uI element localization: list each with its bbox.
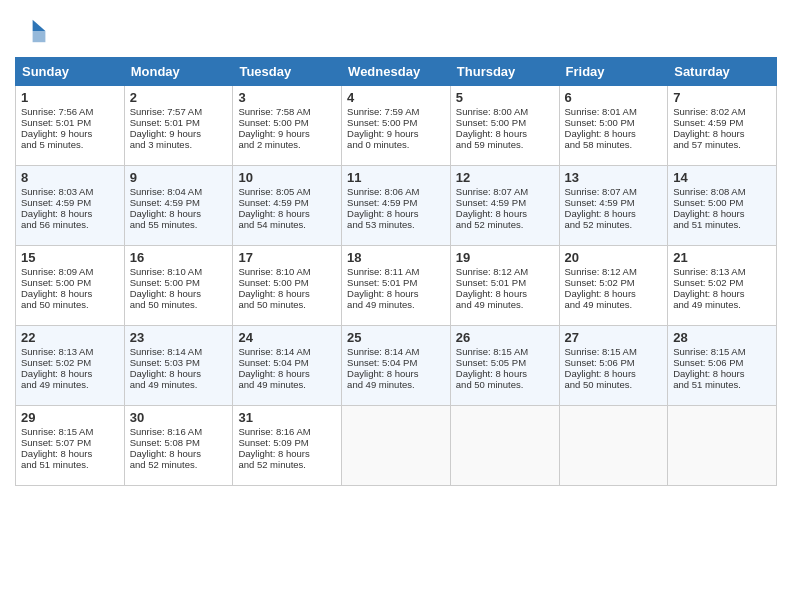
logo-icon [15,15,47,47]
day-info: Daylight: 8 hours [673,128,771,139]
day-number: 23 [130,330,228,345]
day-number: 27 [565,330,663,345]
day-info: and 57 minutes. [673,139,771,150]
calendar-cell: 18Sunrise: 8:11 AMSunset: 5:01 PMDayligh… [342,246,451,326]
calendar-cell: 19Sunrise: 8:12 AMSunset: 5:01 PMDayligh… [450,246,559,326]
day-number: 13 [565,170,663,185]
day-info: Daylight: 8 hours [130,448,228,459]
day-info: and 49 minutes. [238,379,336,390]
day-number: 19 [456,250,554,265]
day-info: and 3 minutes. [130,139,228,150]
day-info: and 2 minutes. [238,139,336,150]
calendar-cell: 17Sunrise: 8:10 AMSunset: 5:00 PMDayligh… [233,246,342,326]
calendar-week-row: 22Sunrise: 8:13 AMSunset: 5:02 PMDayligh… [16,326,777,406]
day-info: Sunset: 4:59 PM [130,197,228,208]
day-info: Sunrise: 8:03 AM [21,186,119,197]
svg-marker-0 [33,20,46,31]
day-number: 22 [21,330,119,345]
day-info: and 49 minutes. [21,379,119,390]
day-info: Daylight: 8 hours [456,208,554,219]
calendar-cell: 16Sunrise: 8:10 AMSunset: 5:00 PMDayligh… [124,246,233,326]
calendar-cell: 1Sunrise: 7:56 AMSunset: 5:01 PMDaylight… [16,86,125,166]
day-info: Sunrise: 8:15 AM [565,346,663,357]
weekday-header: Tuesday [233,58,342,86]
day-info: Sunset: 5:02 PM [21,357,119,368]
day-info: and 50 minutes. [565,379,663,390]
day-info: Sunset: 4:59 PM [673,117,771,128]
day-info: Daylight: 8 hours [21,368,119,379]
day-info: and 49 minutes. [673,299,771,310]
calendar-cell: 8Sunrise: 8:03 AMSunset: 4:59 PMDaylight… [16,166,125,246]
day-number: 12 [456,170,554,185]
calendar-cell: 6Sunrise: 8:01 AMSunset: 5:00 PMDaylight… [559,86,668,166]
logo [15,15,51,47]
day-info: Daylight: 8 hours [456,128,554,139]
day-info: and 50 minutes. [456,379,554,390]
day-info: and 52 minutes. [130,459,228,470]
day-info: and 54 minutes. [238,219,336,230]
header [15,15,777,47]
svg-marker-1 [33,31,46,42]
calendar-cell: 30Sunrise: 8:16 AMSunset: 5:08 PMDayligh… [124,406,233,486]
day-info: Sunrise: 8:16 AM [238,426,336,437]
day-number: 11 [347,170,445,185]
day-info: Daylight: 8 hours [673,208,771,219]
header-row: SundayMondayTuesdayWednesdayThursdayFrid… [16,58,777,86]
day-info: Sunrise: 8:11 AM [347,266,445,277]
day-info: Daylight: 9 hours [238,128,336,139]
day-info: Daylight: 8 hours [21,208,119,219]
day-info: Daylight: 8 hours [456,368,554,379]
day-info: Sunset: 5:00 PM [238,117,336,128]
calendar-cell: 3Sunrise: 7:58 AMSunset: 5:00 PMDaylight… [233,86,342,166]
day-info: Sunrise: 8:14 AM [347,346,445,357]
calendar-cell [450,406,559,486]
calendar-week-row: 1Sunrise: 7:56 AMSunset: 5:01 PMDaylight… [16,86,777,166]
day-info: Daylight: 8 hours [238,448,336,459]
calendar-cell: 27Sunrise: 8:15 AMSunset: 5:06 PMDayligh… [559,326,668,406]
day-info: Sunset: 5:02 PM [565,277,663,288]
weekday-header: Wednesday [342,58,451,86]
day-info: Sunset: 4:59 PM [347,197,445,208]
day-info: Daylight: 8 hours [21,288,119,299]
day-number: 25 [347,330,445,345]
day-info: Sunset: 5:06 PM [673,357,771,368]
day-info: Daylight: 9 hours [347,128,445,139]
day-info: and 50 minutes. [130,299,228,310]
calendar-cell: 14Sunrise: 8:08 AMSunset: 5:00 PMDayligh… [668,166,777,246]
day-info: Sunrise: 8:07 AM [456,186,554,197]
day-info: Daylight: 8 hours [238,368,336,379]
day-info: and 59 minutes. [456,139,554,150]
day-info: Sunrise: 8:02 AM [673,106,771,117]
day-info: and 52 minutes. [238,459,336,470]
day-info: Sunset: 5:04 PM [347,357,445,368]
day-info: and 51 minutes. [673,379,771,390]
day-number: 9 [130,170,228,185]
day-info: Sunrise: 8:07 AM [565,186,663,197]
day-info: Sunrise: 8:10 AM [238,266,336,277]
day-info: and 52 minutes. [565,219,663,230]
calendar-week-row: 15Sunrise: 8:09 AMSunset: 5:00 PMDayligh… [16,246,777,326]
day-number: 14 [673,170,771,185]
day-info: Sunrise: 7:59 AM [347,106,445,117]
calendar-cell [559,406,668,486]
day-number: 4 [347,90,445,105]
day-number: 15 [21,250,119,265]
day-info: Daylight: 8 hours [347,208,445,219]
day-info: and 51 minutes. [21,459,119,470]
calendar-cell: 5Sunrise: 8:00 AMSunset: 5:00 PMDaylight… [450,86,559,166]
day-info: Daylight: 8 hours [565,368,663,379]
calendar-cell: 4Sunrise: 7:59 AMSunset: 5:00 PMDaylight… [342,86,451,166]
calendar-cell [342,406,451,486]
day-info: Sunrise: 8:09 AM [21,266,119,277]
day-number: 31 [238,410,336,425]
day-info: Sunrise: 8:15 AM [456,346,554,357]
calendar-cell: 31Sunrise: 8:16 AMSunset: 5:09 PMDayligh… [233,406,342,486]
day-number: 26 [456,330,554,345]
day-info: Sunset: 5:00 PM [130,277,228,288]
day-number: 6 [565,90,663,105]
day-number: 24 [238,330,336,345]
day-info: Sunset: 5:01 PM [130,117,228,128]
day-info: Daylight: 8 hours [565,128,663,139]
day-info: Sunrise: 8:13 AM [673,266,771,277]
calendar-cell: 26Sunrise: 8:15 AMSunset: 5:05 PMDayligh… [450,326,559,406]
